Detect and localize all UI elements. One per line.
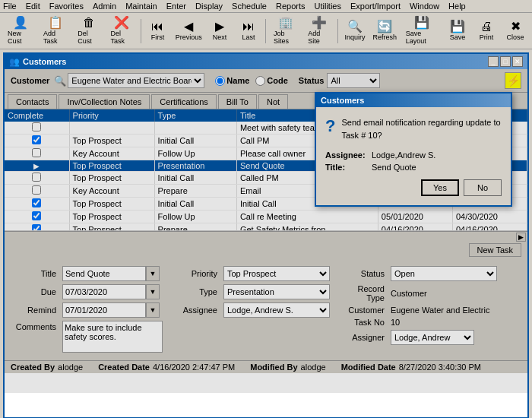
print-icon: 🖨 [480,21,492,33]
dialog-assignee-field: Assignee: Lodge,Andrew S. [325,150,502,160]
menu-edit[interactable]: Edit [26,2,40,11]
dialog-titlebar: Customers [316,93,511,107]
del-cust-button[interactable]: 🗑 Del Cust [73,14,104,47]
save-layout-label: Save Layout [406,30,438,45]
maximize-button[interactable]: □ [500,56,511,67]
window-icon: 👥 [9,57,20,67]
menu-favorites[interactable]: Favorites [49,2,84,11]
first-label: First [151,33,165,41]
save-button[interactable]: 💾 Save [444,18,471,43]
job-sites-icon: 🏢 [278,17,293,29]
previous-icon: ◀ [184,21,193,33]
add-site-icon: ➕ [312,17,327,29]
menu-schedule[interactable]: Schedule [232,2,267,11]
print-label: Print [480,33,494,41]
del-cust-icon: 🗑 [83,17,95,29]
menu-file[interactable]: File [3,2,17,11]
minimize-button[interactable]: _ [488,56,499,67]
last-button[interactable]: ⏭ Last [235,18,262,43]
dialog-title-field-label: Title: [325,163,367,172]
refresh-label: Refresh [373,33,397,41]
close-label: Close [506,33,524,41]
save-layout-button[interactable]: 💾 Save Layout [401,14,442,47]
menu-window[interactable]: Window [410,2,439,11]
menu-display[interactable]: Display [195,2,223,11]
dialog-title: Customers [321,96,364,105]
dialog-message-group: ? Send email notification regarding upda… [325,116,502,141]
menu-reports[interactable]: Reports [276,2,306,11]
add-site-button[interactable]: ➕ Add Site [303,14,334,47]
dialog-question-icon: ? [325,116,335,136]
save-icon: 💾 [450,21,465,33]
inquiry-icon: 🔍 [347,21,363,33]
menu-maintain[interactable]: Maintain [125,2,157,11]
del-cust-label: Del Cust [78,30,100,45]
toolbar-separator-1 [141,19,141,43]
menubar: File Edit Favorites Admin Maintain Enter… [0,0,532,13]
last-label: Last [242,33,255,41]
refresh-icon: 🔄 [377,21,392,33]
new-cust-label: New Cust [8,30,33,45]
dialog-assignee-value: Lodge,Andrew S. [372,150,435,160]
menu-help[interactable]: Help [448,2,466,11]
toolbar-separator-2 [265,19,266,43]
add-task-icon: 📋 [48,17,63,29]
toolbar-separator-3 [337,19,338,43]
close-button[interactable]: ✖ Close [502,18,529,43]
previous-label: Previous [176,33,202,41]
inquiry-label: Inquiry [344,33,365,41]
main-content: Customer 🔍 Eugene Water and Electric Boa… [5,69,527,393]
new-cust-button[interactable]: 👤 New Cust [3,14,37,47]
toolbar: 👤 New Cust 📋 Add Task 🗑 Del Cust ❌ Del T… [0,13,532,49]
main-window: 👥 Customers _ □ ✕ Customer 🔍 Eugene Wate… [0,49,532,418]
job-sites-label: Job Sites [274,30,297,45]
window-inner: 👥 Customers _ □ ✕ Customer 🔍 Eugene Wate… [3,52,529,418]
del-task-label: Del Task [110,30,132,45]
del-task-icon: ❌ [114,17,129,29]
window-controls: _ □ ✕ [488,56,523,67]
dialog-title-field: Title: Send Quote [325,163,502,172]
print-button[interactable]: 🖨 Print [473,18,500,43]
refresh-button[interactable]: 🔄 Refresh [370,18,400,43]
dialog-no-button[interactable]: No [464,179,502,196]
window-titlebar: 👥 Customers _ □ ✕ [5,54,527,69]
dialog-body: ? Send email notification regarding upda… [316,107,511,205]
menu-export-import[interactable]: Export/Import [350,2,401,11]
next-label: Next [213,33,227,41]
window-title: 👥 Customers [9,57,66,67]
first-button[interactable]: ⏮ First [144,18,171,43]
menu-admin[interactable]: Admin [93,2,116,11]
next-button[interactable]: ▶ Next [206,18,233,43]
next-icon: ▶ [215,21,224,33]
dialog-title-field-value: Send Quote [372,163,416,172]
previous-button[interactable]: ◀ Previous [173,18,204,43]
menu-utilities[interactable]: Utilities [315,2,341,11]
job-sites-button[interactable]: 🏢 Job Sites [269,14,302,47]
dialog-overlay: Customers ? Send email notification rega… [5,69,527,393]
close-icon: ✖ [511,21,521,33]
window-close-button[interactable]: ✕ [512,56,523,67]
save-layout-icon: 💾 [414,17,429,29]
first-icon: ⏮ [151,21,163,33]
add-task-label: Add Task [43,30,67,45]
save-label: Save [450,33,466,41]
add-site-label: Add Site [308,30,330,45]
menu-enter[interactable]: Enter [166,2,186,11]
dialog: Customers ? Send email notification rega… [315,92,512,207]
del-task-button[interactable]: ❌ Del Task [106,14,137,47]
dialog-assignee-label: Assignee: [325,150,367,160]
add-task-button[interactable]: 📋 Add Task [39,14,71,47]
dialog-buttons: Yes No [325,179,502,196]
dialog-yes-button[interactable]: Yes [421,179,459,196]
new-cust-icon: 👤 [13,17,28,29]
inquiry-button[interactable]: 🔍 Inquiry [341,18,369,43]
dialog-message-text: Send email notification regarding update… [341,116,502,141]
last-icon: ⏭ [242,21,255,33]
